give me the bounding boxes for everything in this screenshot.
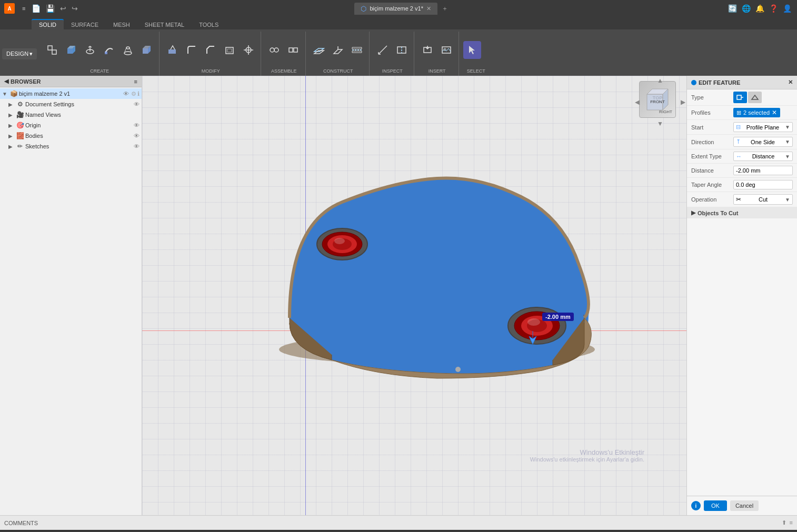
edit-panel-title: EDIT FEATURE [699,79,740,86]
notification-icon[interactable]: 🔔 [754,3,765,14]
viewcube[interactable]: TOP RIGHT FRONT ▲ ▼ ◀ ▶ [639,81,681,123]
ok-button[interactable]: OK [704,500,727,511]
save-btn[interactable]: 💾 [44,3,57,14]
operation-dropdown[interactable]: ✂ Cut ▼ [733,194,793,205]
select-btn[interactable] [463,41,481,59]
root-settings-icon[interactable]: ⚙ [131,91,136,97]
revolve-btn[interactable] [81,41,99,59]
new-file-btn[interactable]: 📄 [29,3,43,14]
joint-btn[interactable] [265,41,283,59]
move-btn[interactable] [240,41,257,59]
objects-to-cut-section[interactable]: ▶ Objects To Cut [687,207,797,218]
svg-rect-0 [48,46,52,50]
operation-value: ✂ Cut ▼ [733,194,793,205]
root-info-icon[interactable]: ℹ [137,91,140,97]
type-btn-1[interactable] [733,92,747,103]
viewcube-down-btn[interactable]: ▼ [657,120,663,127]
viewport[interactable]: -2.00 mm ⋮ TOP RIGHT FRONT [142,76,686,515]
extent-type-dropdown-arrow-icon: ▼ [785,154,790,159]
sketches-arrow-icon: ▶ [8,144,15,149]
operation-row: Operation ✂ Cut ▼ [687,192,797,207]
extent-type-icon: ↔ [736,153,742,159]
tree-item-root[interactable]: ▼ 📦 biçim malzeme 2 v1 👁 ⚙ ℹ [0,88,142,99]
new-component-btn[interactable] [43,41,61,59]
tab-tools[interactable]: TOOLS [192,20,226,29]
press-pull-btn[interactable] [164,41,182,59]
comments-expand-icon[interactable]: ⬆ [782,519,786,526]
help-icon[interactable]: ❓ [768,3,779,14]
tree-item-bodies[interactable]: ▶ 🧱 Bodies 👁 [0,131,142,141]
viewcube-inner[interactable]: TOP RIGHT FRONT [639,81,676,118]
shell-btn[interactable] [221,41,238,59]
tree-item-origin[interactable]: ▶ 🎯 Origin 👁 [0,120,142,131]
extrude-btn[interactable] [62,41,80,59]
profiles-clear-btn[interactable]: ✕ [772,109,777,116]
midplane-btn[interactable] [348,41,366,59]
named-views-arrow-icon: ▶ [8,112,15,118]
root-label: biçim malzeme 2 v1 [19,91,70,97]
tree-item-doc-settings[interactable]: ▶ ⚙ Document Settings 👁 [0,99,142,109]
design-dropdown[interactable]: DESIGN ▾ [2,48,37,59]
bodies-label: Bodies [25,133,43,139]
distance-input[interactable]: -2.00 mm [733,166,793,175]
tab-mesh[interactable]: MESH [106,20,137,29]
close-tab-btn[interactable]: ✕ [426,5,431,12]
tree-item-sketches[interactable]: ▶ ✏ Sketches 👁 [0,141,142,152]
comments-icons: ⬆ ≡ [782,519,793,526]
type-btn-2[interactable] [748,92,762,103]
profiles-badge[interactable]: ⊞ 2 selected ✕ [733,108,780,117]
cancel-button[interactable]: Cancel [730,500,759,511]
taper-angle-input[interactable]: 0.0 deg [733,180,793,189]
extent-type-dropdown[interactable]: ↔ Distance ▼ [733,152,793,161]
browser-collapse-icon[interactable]: ◀ [4,78,8,85]
svg-rect-21 [294,48,297,52]
svg-point-43 [334,238,345,244]
fillet-btn[interactable] [183,41,201,59]
edit-feature-panel: EDIT FEATURE ✕ Type Profiles ⊞ 2 selecte… [686,76,797,515]
measure-btn[interactable] [374,41,392,59]
angle-plane-btn[interactable] [329,41,347,59]
viewcube-right-btn[interactable]: ▶ [681,98,685,106]
as-built-btn[interactable] [284,41,302,59]
origin-eye-icon[interactable]: 👁 [134,122,140,128]
info-icon[interactable]: i [691,501,701,510]
measurement-options-btn[interactable]: ⋮ [579,313,589,324]
file-menu[interactable]: ≡ [19,4,28,13]
undo-btn[interactable]: ↩ [58,3,68,14]
offset-plane-btn[interactable] [310,41,328,59]
insert-canvas-btn[interactable] [437,41,455,59]
comments-options-icon[interactable]: ≡ [790,519,793,526]
panel-close-btn[interactable]: ✕ [788,79,793,86]
chamfer-btn[interactable] [202,41,220,59]
start-icon: ⊟ [736,124,741,131]
tab-surface[interactable]: SURFACE [64,20,106,29]
viewcube-up-btn[interactable]: ▲ [657,77,663,84]
viewcube-left-btn[interactable]: ◀ [635,98,640,106]
active-tab[interactable]: ⬡ biçim malzeme 2 v1* ✕ [354,3,437,15]
user-icon[interactable]: 👤 [781,3,793,14]
tree-item-named-views[interactable]: ▶ 🎥 Named Views [0,109,142,120]
insert-derive-btn[interactable] [419,41,436,59]
loft-btn[interactable] [119,41,137,59]
toolbar-area: SOLID SURFACE MESH SHEET METAL TOOLS DES… [0,17,797,76]
tab-sheetmetal[interactable]: SHEET METAL [137,20,192,29]
section-btn[interactable] [393,41,411,59]
browser-options-icon[interactable]: ≡ [134,78,137,85]
sync-icon[interactable]: 🔄 [726,3,738,14]
sweep-btn[interactable] [100,41,118,59]
network-icon[interactable]: 🌐 [740,3,752,14]
doc-settings-eye-icon[interactable]: 👁 [134,101,140,107]
box-btn[interactable] [138,41,156,59]
tab-solid[interactable]: SOLID [32,19,64,29]
root-eye-icon[interactable]: 👁 [123,91,129,97]
bodies-eye-icon[interactable]: 👁 [134,133,140,139]
svg-point-7 [124,52,132,55]
main-area: ◀ BROWSER ≡ ▼ 📦 biçim malzeme 2 v1 👁 ⚙ ℹ… [0,76,797,515]
start-dropdown[interactable]: ⊟ Profile Plane ▼ [733,122,793,132]
direction-dropdown[interactable]: ⤒ One Side ▼ [733,137,793,147]
redo-btn[interactable]: ↪ [69,3,80,14]
root-arrow-icon: ▼ [2,91,8,97]
sketches-eye-icon[interactable]: 👁 [134,143,140,149]
svg-rect-6 [105,52,107,54]
add-tab-btn[interactable]: ＋ [437,4,452,13]
